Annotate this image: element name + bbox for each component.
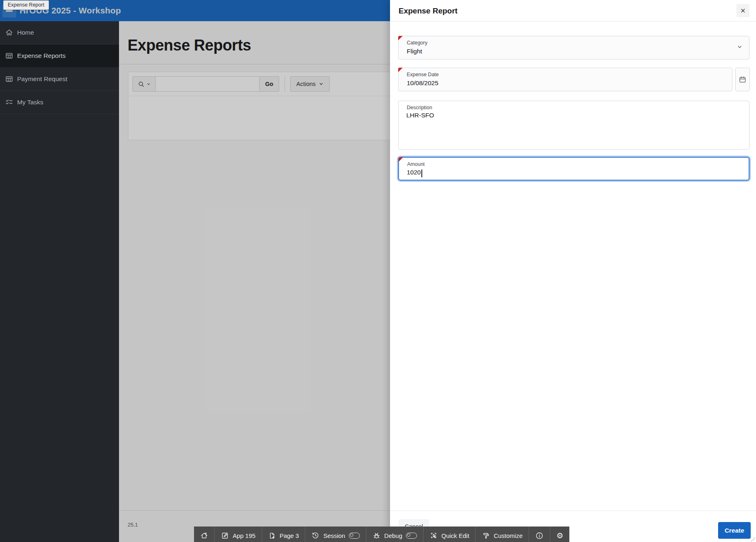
devbar-app-button[interactable]: App 195 — [214, 527, 262, 542]
expense-report-drawer: Expense Report ✕ Category Flight Expense… — [390, 0, 756, 542]
expense-date-label: Expense Date — [407, 72, 439, 77]
expense-date-field[interactable]: Expense Date 10/08/2025 — [398, 68, 732, 91]
create-button[interactable]: Create — [718, 522, 751, 539]
devbar-debug-button[interactable]: Debug — [366, 527, 423, 542]
date-picker-button[interactable] — [735, 68, 750, 91]
devbar-customize-button[interactable]: Customize — [475, 527, 529, 542]
category-label: Category — [407, 40, 428, 46]
developer-toolbar: App 195 Page 3 Session Debug Quick Edit … — [194, 527, 569, 542]
category-select[interactable]: Category Flight — [398, 36, 749, 59]
bug-icon — [372, 531, 381, 540]
paint-roller-icon — [482, 531, 490, 540]
edit-icon — [221, 531, 229, 540]
application-window: HrOUG 2025 - Workshop Home Expense Repor… — [0, 0, 756, 542]
description-textarea[interactable]: LHR-SFO — [399, 101, 749, 149]
devbar-info-button[interactable] — [529, 527, 550, 542]
close-button[interactable]: ✕ — [736, 4, 749, 17]
devbar-session-button[interactable]: Session — [305, 527, 366, 542]
devbar-quick-edit-button[interactable]: Quick Edit — [423, 527, 475, 542]
close-icon: ✕ — [740, 7, 745, 15]
devbar-home-button[interactable] — [194, 527, 214, 542]
expense-date-value: 10/08/2025 — [407, 79, 439, 87]
amount-field: Amount — [398, 157, 749, 181]
quick-edit-icon — [430, 531, 438, 540]
history-icon — [311, 531, 320, 540]
devbar-settings-button[interactable]: ⚙ — [550, 527, 569, 542]
chevron-down-icon — [736, 43, 743, 52]
devbar-page-button[interactable]: Page 3 — [262, 527, 305, 542]
home-icon — [200, 531, 208, 540]
session-toggle[interactable] — [349, 533, 360, 539]
amount-input[interactable] — [399, 158, 749, 180]
calendar-icon — [738, 75, 747, 84]
modal-overlay — [0, 0, 390, 542]
text-cursor — [421, 170, 422, 177]
category-value: Flight — [407, 48, 422, 55]
info-icon — [535, 531, 544, 540]
debug-toggle[interactable] — [406, 533, 417, 539]
tooltip: Expense Report — [3, 0, 49, 10]
drawer-title: Expense Report — [399, 0, 458, 22]
drawer-header: Expense Report ✕ — [390, 0, 756, 22]
description-field: Description LHR-SFO — [398, 101, 749, 150]
gear-icon: ⚙ — [556, 532, 563, 540]
page-icon — [268, 532, 276, 540]
